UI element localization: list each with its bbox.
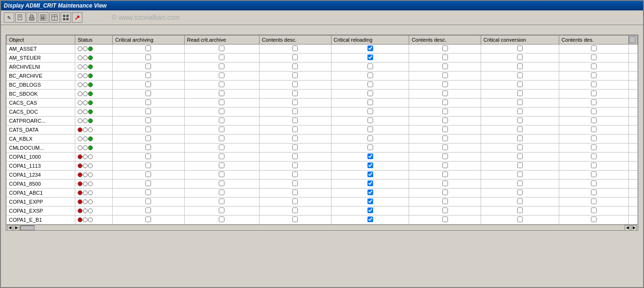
cell-crit-conversion[interactable] bbox=[481, 216, 559, 225]
checkbox-contents-desc3[interactable] bbox=[591, 171, 597, 177]
cell-contents-desc2[interactable] bbox=[409, 72, 481, 81]
checkbox-crit-archiving[interactable] bbox=[145, 135, 151, 141]
checkbox-read-crit-archive[interactable] bbox=[219, 81, 224, 87]
checkbox-crit-conversion[interactable] bbox=[517, 198, 523, 204]
cell-crit-conversion[interactable] bbox=[481, 189, 559, 198]
checkbox-contents-desc3[interactable] bbox=[591, 72, 597, 78]
cell-contents-desc3[interactable] bbox=[559, 45, 629, 54]
checkbox-contents-desc1[interactable] bbox=[292, 135, 298, 141]
checkbox-contents-desc2[interactable] bbox=[442, 189, 448, 195]
checkbox-crit-archiving[interactable] bbox=[145, 171, 151, 177]
checkbox-crit-conversion[interactable] bbox=[517, 189, 523, 195]
cell-read-crit-archive[interactable] bbox=[184, 189, 259, 198]
checkbox-contents-desc1[interactable] bbox=[292, 63, 298, 69]
cell-read-crit-archive[interactable] bbox=[184, 90, 259, 99]
checkbox-read-crit-archive[interactable] bbox=[219, 180, 224, 186]
cell-contents-desc3[interactable] bbox=[559, 81, 629, 90]
cell-crit-archiving[interactable] bbox=[113, 126, 185, 135]
cell-contents-desc2[interactable] bbox=[409, 90, 481, 99]
checkbox-contents-desc2[interactable] bbox=[442, 63, 448, 69]
checkbox-crit-reloading[interactable] bbox=[367, 117, 373, 123]
cell-crit-reloading[interactable] bbox=[331, 54, 409, 63]
cell-crit-conversion[interactable] bbox=[481, 180, 559, 189]
checkbox-contents-desc1[interactable] bbox=[292, 198, 298, 204]
cell-crit-reloading[interactable] bbox=[331, 126, 409, 135]
cell-crit-archiving[interactable] bbox=[113, 45, 185, 54]
checkbox-contents-desc2[interactable] bbox=[442, 180, 448, 186]
checkbox-crit-reloading[interactable] bbox=[367, 171, 373, 177]
checkbox-contents-desc1[interactable] bbox=[292, 180, 298, 186]
checkbox-contents-desc3[interactable] bbox=[591, 117, 597, 123]
checkbox-contents-desc2[interactable] bbox=[442, 162, 448, 168]
cell-crit-conversion[interactable] bbox=[481, 117, 559, 126]
cell-crit-conversion[interactable] bbox=[481, 90, 559, 99]
cell-contents-desc2[interactable] bbox=[409, 135, 481, 144]
checkbox-contents-desc2[interactable] bbox=[442, 135, 448, 141]
checkbox-contents-desc2[interactable] bbox=[442, 99, 448, 105]
cell-contents-desc3[interactable] bbox=[559, 180, 629, 189]
checkbox-read-crit-archive[interactable] bbox=[219, 144, 224, 150]
cell-contents-desc1[interactable] bbox=[259, 54, 331, 63]
checkbox-contents-desc1[interactable] bbox=[292, 90, 298, 96]
cell-crit-archiving[interactable] bbox=[113, 108, 185, 117]
cell-crit-reloading[interactable] bbox=[331, 90, 409, 99]
cell-contents-desc1[interactable] bbox=[259, 72, 331, 81]
cell-crit-reloading[interactable] bbox=[331, 135, 409, 144]
checkbox-contents-desc2[interactable] bbox=[442, 171, 448, 177]
scroll-right-btn[interactable]: ▶ bbox=[14, 225, 19, 231]
checkbox-contents-desc1[interactable] bbox=[292, 117, 298, 123]
cell-contents-desc1[interactable] bbox=[259, 180, 331, 189]
checkbox-read-crit-archive[interactable] bbox=[219, 189, 224, 195]
checkbox-crit-reloading[interactable] bbox=[367, 207, 373, 213]
cell-read-crit-archive[interactable] bbox=[184, 171, 259, 180]
cell-crit-reloading[interactable] bbox=[331, 189, 409, 198]
table-button[interactable] bbox=[49, 12, 60, 23]
checkbox-contents-desc3[interactable] bbox=[591, 144, 597, 150]
cell-crit-archiving[interactable] bbox=[113, 72, 185, 81]
cell-crit-conversion[interactable] bbox=[481, 72, 559, 81]
cell-contents-desc1[interactable] bbox=[259, 81, 331, 90]
checkbox-read-crit-archive[interactable] bbox=[219, 135, 224, 141]
checkbox-crit-reloading[interactable] bbox=[367, 153, 373, 159]
cell-crit-conversion[interactable] bbox=[481, 135, 559, 144]
cell-contents-desc1[interactable] bbox=[259, 135, 331, 144]
checkbox-crit-reloading[interactable] bbox=[367, 180, 373, 186]
checkbox-crit-conversion[interactable] bbox=[517, 207, 523, 213]
cell-contents-desc2[interactable] bbox=[409, 171, 481, 180]
checkbox-crit-conversion[interactable] bbox=[517, 180, 523, 186]
checkbox-crit-conversion[interactable] bbox=[517, 162, 523, 168]
checkbox-contents-desc3[interactable] bbox=[591, 180, 597, 186]
cell-contents-desc3[interactable] bbox=[559, 162, 629, 171]
checkbox-read-crit-archive[interactable] bbox=[219, 171, 224, 177]
cell-contents-desc3[interactable] bbox=[559, 144, 629, 153]
checkbox-crit-reloading[interactable] bbox=[367, 63, 373, 69]
cell-contents-desc3[interactable] bbox=[559, 117, 629, 126]
checkbox-contents-desc2[interactable] bbox=[442, 126, 448, 132]
cell-contents-desc1[interactable] bbox=[259, 198, 331, 207]
cell-crit-archiving[interactable] bbox=[113, 162, 185, 171]
cell-crit-archiving[interactable] bbox=[113, 81, 185, 90]
checkbox-crit-conversion[interactable] bbox=[517, 54, 523, 60]
checkbox-contents-desc1[interactable] bbox=[292, 144, 298, 150]
checkbox-read-crit-archive[interactable] bbox=[219, 126, 224, 132]
cell-contents-desc3[interactable] bbox=[559, 189, 629, 198]
cell-crit-archiving[interactable] bbox=[113, 198, 185, 207]
cell-crit-conversion[interactable] bbox=[481, 171, 559, 180]
cell-read-crit-archive[interactable] bbox=[184, 72, 259, 81]
cell-crit-archiving[interactable] bbox=[113, 189, 185, 198]
checkbox-contents-desc2[interactable] bbox=[442, 216, 448, 222]
cell-read-crit-archive[interactable] bbox=[184, 135, 259, 144]
cell-read-crit-archive[interactable] bbox=[184, 45, 259, 54]
checkbox-crit-conversion[interactable] bbox=[517, 63, 523, 69]
export-button[interactable]: ↗ bbox=[72, 12, 82, 23]
cell-contents-desc3[interactable] bbox=[559, 198, 629, 207]
cell-read-crit-archive[interactable] bbox=[184, 54, 259, 63]
checkbox-crit-reloading[interactable] bbox=[367, 198, 373, 204]
checkbox-read-crit-archive[interactable] bbox=[219, 198, 224, 204]
cell-contents-desc2[interactable] bbox=[409, 54, 481, 63]
cell-contents-desc1[interactable] bbox=[259, 126, 331, 135]
cell-crit-reloading[interactable] bbox=[331, 216, 409, 225]
cell-contents-desc1[interactable] bbox=[259, 117, 331, 126]
checkbox-read-crit-archive[interactable] bbox=[219, 216, 224, 222]
cell-contents-desc2[interactable] bbox=[409, 207, 481, 216]
